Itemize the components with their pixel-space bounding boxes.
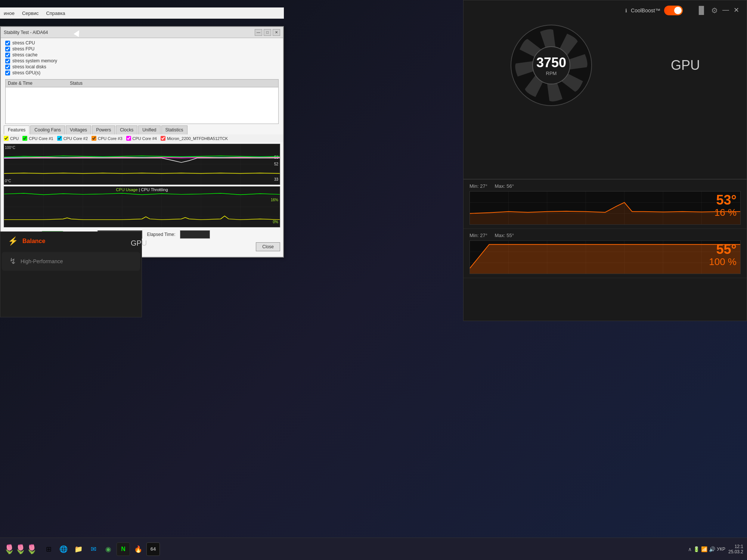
- tab-unified[interactable]: Unified: [138, 125, 160, 134]
- temp-graph-2-svg: [470, 241, 740, 274]
- balance-icon: ⚡: [8, 236, 18, 246]
- stability-title: Stability Test - AIDA64: [4, 30, 48, 35]
- temp-values-2: 55° 100 %: [709, 243, 737, 268]
- elapsed-time-value: [180, 230, 210, 239]
- highperf-icon: ↯: [9, 256, 16, 266]
- maximize-button[interactable]: □: [264, 29, 271, 36]
- tab-cooling-fans[interactable]: Cooling Fans: [30, 125, 65, 134]
- taskbar-n-icon[interactable]: N: [117, 542, 130, 556]
- settings-icon[interactable]: ⚙: [711, 6, 718, 15]
- tab-powers[interactable]: Powers: [92, 125, 115, 134]
- taskbar-sys-icons: ∧ 🔋 📶 🔊 УКР: [688, 546, 725, 552]
- legend-core3-checkbox[interactable]: [92, 136, 96, 141]
- taskbar-mail-icon[interactable]: ✉: [87, 542, 100, 556]
- taskbar: 🌷🌷🌷 ⊞ 🌐 📁 ✉ ◉ N 🔥 64 ∧ 🔋 📶 🔊 УКР 12:1 25…: [0, 538, 747, 560]
- coolboost-label: CoolBoost™: [631, 7, 660, 13]
- elapsed-time-label: Elapsed Time:: [147, 232, 175, 237]
- stress-cpu-checkbox[interactable]: [5, 41, 10, 46]
- legend-core1-checkbox[interactable]: [22, 136, 27, 141]
- stress-memory-option[interactable]: stress system memory: [5, 58, 279, 63]
- stress-cache-checkbox[interactable]: [5, 53, 10, 57]
- stress-disks-checkbox[interactable]: [5, 65, 10, 69]
- temp-graph-2: 55° 100 %: [469, 240, 741, 274]
- taskbar-chevron-icon[interactable]: ∧: [688, 546, 692, 552]
- temp-graph: 100°C 0°C 53 52 33: [4, 144, 280, 185]
- legend-core4-checkbox[interactable]: [126, 136, 131, 141]
- tab-features[interactable]: Features: [4, 125, 30, 134]
- taskbar-start-button[interactable]: ⊞: [42, 542, 55, 556]
- log-header: Date & Time Status: [6, 80, 278, 87]
- stress-disks-label: stress local disks: [12, 64, 46, 69]
- temp-graph-svg: [4, 144, 280, 184]
- temp-section-2: Min: 27° Max: 55°: [464, 229, 747, 278]
- coolboost-toggle[interactable]: [664, 6, 683, 15]
- coolboost-section: ℹ CoolBoost™: [625, 6, 683, 15]
- close-button[interactable]: ✕: [273, 29, 280, 36]
- window-controls: ▐▌ ⚙ — ✕: [696, 6, 739, 15]
- taskbar-time: 12:1: [728, 544, 743, 549]
- temp-min-label-1: Min:: [469, 183, 480, 189]
- temp-graph-1-svg: [470, 192, 740, 224]
- stress-cpu-option[interactable]: stress CPU: [5, 40, 279, 46]
- tab-statistics[interactable]: Statistics: [161, 125, 187, 134]
- taskbar-edge-icon[interactable]: 🌐: [57, 542, 70, 556]
- stress-fpu-checkbox[interactable]: [5, 47, 10, 52]
- taskbar-right: ∧ 🔋 📶 🔊 УКР 12:1 25.03.2: [688, 544, 743, 554]
- usage-graph-svg: [4, 187, 280, 227]
- tab-clocks[interactable]: Clocks: [116, 125, 137, 134]
- legend-core4: CPU Core #4: [126, 136, 157, 141]
- stress-memory-label: stress system memory: [12, 58, 57, 63]
- taskbar-lang-label[interactable]: УКР: [717, 547, 725, 552]
- taskbar-start: 🌷🌷🌷: [4, 544, 37, 554]
- stress-cache-option[interactable]: stress cache: [5, 52, 279, 57]
- taskbar-fire-icon[interactable]: 🔥: [131, 542, 145, 556]
- close-stability-button[interactable]: Close: [256, 242, 280, 251]
- taskbar-64-icon[interactable]: 64: [146, 542, 160, 556]
- taskbar-explorer-icon[interactable]: 📁: [72, 542, 85, 556]
- minimize-button[interactable]: —: [255, 29, 262, 36]
- fan-center-info: 3750 RPM: [536, 55, 566, 76]
- temp-monitor: Min: 27° Max: 56°: [463, 179, 747, 321]
- fan-section: 3750 RPM GPU: [464, 21, 747, 110]
- temp-legend: CPU CPU Core #1 CPU Core #2 CPU Core #3 …: [1, 134, 283, 142]
- stress-fpu-option[interactable]: stress FPU: [5, 46, 279, 52]
- menu-bar: иное Сервис Справка: [0, 7, 284, 19]
- minimize-icon[interactable]: —: [722, 6, 729, 15]
- legend-core2: CPU Core #2: [57, 136, 88, 141]
- legend-core3-label: CPU Core #3: [98, 136, 122, 141]
- legend-cpu-checkbox[interactable]: [4, 136, 9, 141]
- menu-item-servis[interactable]: Сервис: [22, 10, 39, 16]
- cooling-header: ℹ CoolBoost™ ▐▌ ⚙ — ✕: [464, 0, 747, 21]
- stress-gpu-label: stress GPU(s): [12, 70, 40, 75]
- stress-gpu-option[interactable]: stress GPU(s): [5, 70, 279, 75]
- menu-item-spravka[interactable]: Справка: [46, 10, 65, 16]
- tab-voltages[interactable]: Voltages: [66, 125, 91, 134]
- temp-graph-1: 53° 16 %: [469, 191, 741, 225]
- taskbar-time-display: 12:1 25.03.2: [728, 544, 743, 554]
- log-col-status: Status: [70, 81, 83, 86]
- highperf-item[interactable]: ↯ High-Performance: [2, 252, 140, 271]
- taskbar-volume-icon[interactable]: 🔊: [709, 546, 715, 552]
- fan-gpu-info: GPU: [671, 57, 700, 73]
- stress-memory-checkbox[interactable]: [5, 59, 10, 63]
- legend-core2-checkbox[interactable]: [57, 136, 62, 141]
- title-buttons: — □ ✕: [255, 29, 280, 36]
- balance-item[interactable]: ⚡ Balance: [0, 232, 142, 251]
- power-panel: ⚡ Balance ↯ High-Performance: [0, 231, 142, 317]
- usage-value-1: 16 %: [715, 207, 737, 218]
- sound-icon[interactable]: ▐▌: [696, 6, 707, 15]
- close-icon[interactable]: ✕: [734, 6, 739, 15]
- temp-min-val-1: 27°: [480, 183, 487, 189]
- temp-min-label-2: Min:: [469, 233, 480, 238]
- legend-core1: CPU Core #1: [22, 136, 53, 141]
- highperf-label: High-Performance: [21, 258, 63, 264]
- usage-graph: CPU Usage | CPU Throttling 16% 0%: [4, 186, 280, 227]
- temp-max-label-2: Max:: [495, 233, 506, 238]
- stability-titlebar: Stability Test - AIDA64 — □ ✕: [1, 27, 283, 38]
- taskbar-chrome-icon[interactable]: ◉: [102, 542, 115, 556]
- legend-micron-checkbox[interactable]: [161, 136, 165, 141]
- stress-gpu-checkbox[interactable]: [5, 71, 10, 75]
- stress-disks-option[interactable]: stress local disks: [5, 64, 279, 69]
- menu-item-inoye[interactable]: иное: [4, 10, 15, 16]
- taskbar-battery-icon: 🔋: [693, 546, 700, 552]
